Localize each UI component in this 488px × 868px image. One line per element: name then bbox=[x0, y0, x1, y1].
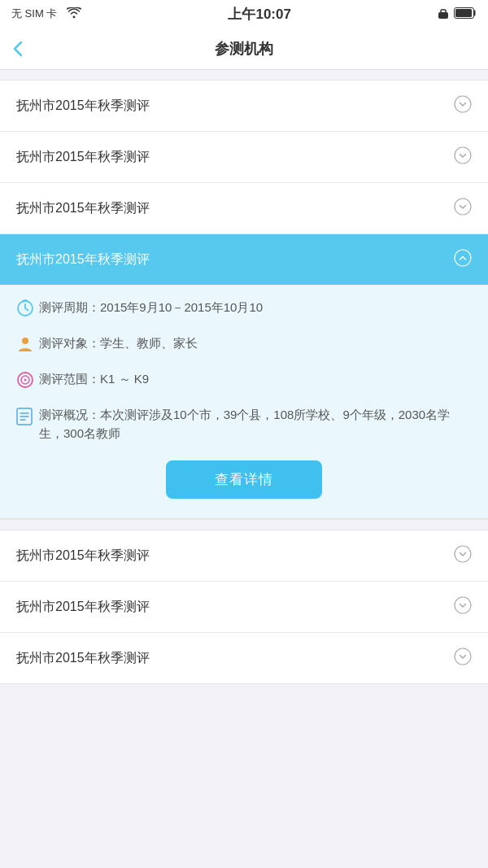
detail-overview-content: 测评概况：本次测评涉及10个市，39个县，108所学校、9个年级，2030名学生… bbox=[39, 406, 472, 443]
detail-period-content: 测评周期：2015年9月10－2015年10月10 bbox=[39, 299, 263, 317]
svg-point-11 bbox=[24, 379, 27, 382]
chevron-down-icon bbox=[454, 95, 472, 116]
detail-range-row: 测评范围：K1 ～ K9 bbox=[16, 370, 472, 391]
detail-period-value: 2015年9月10－2015年10月10 bbox=[100, 300, 263, 314]
battery-icon bbox=[454, 7, 477, 21]
status-time: 上午10:07 bbox=[228, 5, 290, 24]
list-section-top: 抚州市2015年秋季测评 抚州市2015年秋季测评 抚州市2015年秋季测评 bbox=[0, 80, 488, 520]
svg-point-17 bbox=[455, 597, 471, 613]
chevron-down-icon bbox=[454, 596, 472, 617]
detail-overview-value: 本次测评涉及10个市，39个县，108所学校、9个年级，2030名学生，300名… bbox=[39, 408, 450, 440]
list-item-active[interactable]: 抚州市2015年秋季测评 bbox=[0, 234, 488, 286]
nav-bar: 参测机构 bbox=[0, 28, 488, 70]
lock-icon bbox=[438, 7, 449, 22]
list-item-label: 抚州市2015年秋季测评 bbox=[16, 547, 150, 565]
list-item-label: 抚州市2015年秋季测评 bbox=[16, 650, 150, 667]
svg-point-6 bbox=[455, 250, 471, 266]
chevron-down-icon bbox=[454, 648, 472, 669]
chevron-down-icon bbox=[454, 545, 472, 566]
svg-rect-2 bbox=[455, 9, 472, 17]
list-item-label: 抚州市2015年秋季测评 bbox=[16, 251, 150, 268]
svg-point-4 bbox=[455, 147, 471, 164]
page-title: 参测机构 bbox=[215, 39, 273, 59]
detail-panel: 测评周期：2015年9月10－2015年10月10 测评对象：学生、教师、家长 bbox=[0, 286, 488, 519]
list-section-bottom: 抚州市2015年秋季测评 抚州市2015年秋季测评 抚州市2015年秋季测评 bbox=[0, 530, 488, 684]
detail-period-row: 测评周期：2015年9月10－2015年10月10 bbox=[16, 299, 472, 320]
chevron-up-icon bbox=[454, 249, 472, 270]
detail-target-content: 测评对象：学生、教师、家长 bbox=[39, 334, 198, 353]
view-detail-button[interactable]: 查看详情 bbox=[166, 460, 322, 499]
list-item[interactable]: 抚州市2015年秋季测评 bbox=[0, 81, 488, 132]
detail-range-content: 测评范围：K1 ～ K9 bbox=[39, 370, 149, 389]
svg-point-3 bbox=[455, 96, 471, 112]
range-icon bbox=[16, 371, 39, 391]
list-item-label: 抚州市2015年秋季测评 bbox=[16, 98, 150, 115]
detail-overview-row: 测评概况：本次测评涉及10个市，39个县，108所学校、9个年级，2030名学生… bbox=[16, 406, 472, 443]
detail-target-label: 测评对象： bbox=[39, 336, 100, 350]
document-icon bbox=[16, 408, 39, 428]
list-item[interactable]: 抚州市2015年秋季测评 bbox=[0, 183, 488, 234]
detail-period-label: 测评周期： bbox=[39, 300, 100, 314]
detail-range-value: K1 ～ K9 bbox=[100, 372, 149, 386]
list-item-label: 抚州市2015年秋季测评 bbox=[16, 599, 150, 616]
status-bar: 无 SIM 卡 上午10:07 bbox=[0, 0, 488, 28]
svg-rect-0 bbox=[438, 12, 448, 19]
detail-target-value: 学生、教师、家长 bbox=[100, 336, 198, 350]
list-item-label: 抚州市2015年秋季测评 bbox=[16, 149, 150, 166]
detail-overview-label: 测评概况： bbox=[39, 408, 100, 421]
detail-btn-row: 查看详情 bbox=[16, 460, 472, 499]
list-item[interactable]: 抚州市2015年秋季测评 bbox=[0, 530, 488, 582]
chevron-down-icon bbox=[454, 146, 472, 168]
list-item-label: 抚州市2015年秋季测评 bbox=[16, 200, 150, 217]
svg-point-16 bbox=[455, 546, 471, 562]
person-icon bbox=[16, 335, 39, 355]
detail-target-row: 测评对象：学生、教师、家长 bbox=[16, 334, 472, 355]
detail-range-label: 测评范围： bbox=[39, 372, 100, 386]
list-item[interactable]: 抚州市2015年秋季测评 bbox=[0, 132, 488, 183]
status-left: 无 SIM 卡 bbox=[11, 7, 81, 21]
status-right bbox=[438, 7, 477, 22]
list-item[interactable]: 抚州市2015年秋季测评 bbox=[0, 582, 488, 633]
back-button[interactable] bbox=[13, 41, 23, 57]
chevron-down-icon bbox=[454, 198, 472, 219]
main-content: 抚州市2015年秋季测评 抚州市2015年秋季测评 抚州市2015年秋季测评 bbox=[0, 70, 488, 694]
no-sim-label: 无 SIM 卡 bbox=[11, 7, 57, 21]
svg-point-18 bbox=[455, 648, 471, 665]
list-item[interactable]: 抚州市2015年秋季测评 bbox=[0, 633, 488, 683]
clock-icon bbox=[16, 299, 39, 320]
wifi-icon bbox=[67, 7, 81, 21]
section-gap bbox=[0, 520, 488, 530]
svg-point-8 bbox=[22, 338, 28, 344]
svg-point-5 bbox=[455, 198, 471, 215]
